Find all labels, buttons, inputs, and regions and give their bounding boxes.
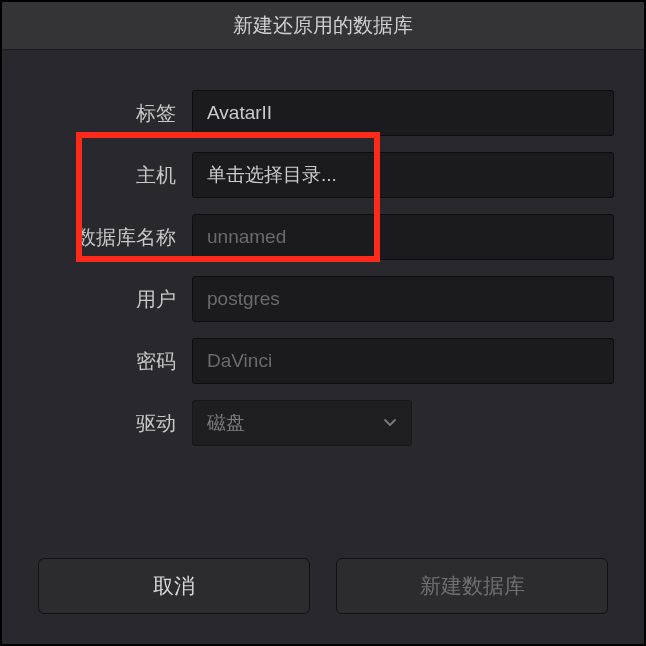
row-driver: 驱动 磁盘 [32,400,614,446]
label-label: 标签 [32,100,192,127]
dbname-label: 数据库名称 [32,224,192,251]
dialog-title: 新建还原用的数据库 [2,2,644,50]
password-input[interactable]: DaVinci [192,338,614,384]
password-input-placeholder: DaVinci [207,350,272,372]
user-label: 用户 [32,286,192,313]
row-host: 主机 单击选择目录... [32,152,614,198]
driver-select[interactable]: 磁盘 [192,400,412,446]
dbname-input-placeholder: unnamed [207,226,286,248]
cancel-button-label: 取消 [153,572,195,600]
driver-select-value: 磁盘 [207,410,245,436]
dialog-content: 标签 AvatarII 主机 单击选择目录... 数据库名称 unnamed 用… [2,50,644,548]
row-user: 用户 postgres [32,276,614,322]
row-password: 密码 DaVinci [32,338,614,384]
label-input[interactable]: AvatarII [192,90,614,136]
user-input[interactable]: postgres [192,276,614,322]
chevron-down-icon [383,416,397,430]
host-input[interactable]: 单击选择目录... [192,152,614,198]
create-database-button-label: 新建数据库 [420,572,525,600]
dialog-title-text: 新建还原用的数据库 [233,12,413,39]
new-restore-database-dialog: 新建还原用的数据库 标签 AvatarII 主机 单击选择目录... 数据库名称… [0,0,646,646]
button-row: 取消 新建数据库 [2,548,644,644]
host-input-value: 单击选择目录... [207,162,337,188]
password-label: 密码 [32,348,192,375]
host-label: 主机 [32,162,192,189]
dbname-input[interactable]: unnamed [192,214,614,260]
row-dbname: 数据库名称 unnamed [32,214,614,260]
driver-label: 驱动 [32,410,192,437]
label-input-value: AvatarII [207,102,272,124]
create-database-button[interactable]: 新建数据库 [336,558,608,614]
cancel-button[interactable]: 取消 [38,558,310,614]
row-label: 标签 AvatarII [32,90,614,136]
user-input-placeholder: postgres [207,288,280,310]
